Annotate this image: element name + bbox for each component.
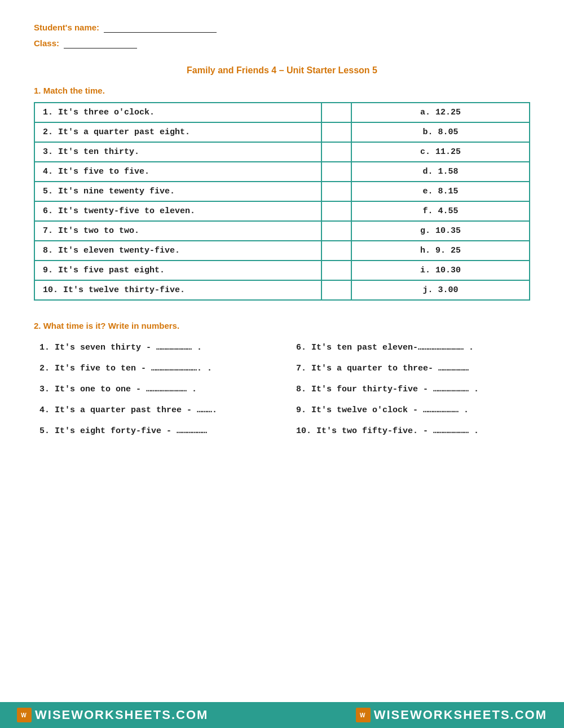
match-right-cell: f. 4.55 — [351, 201, 530, 221]
match-left-cell: 10. It's twelve thirty-five. — [34, 280, 321, 300]
match-right-cell: d. 1.58 — [351, 162, 530, 182]
list-item: 5. It's eight forty-five - ……………… — [34, 421, 274, 442]
match-left-cell: 5. It's nine tewenty five. — [34, 182, 321, 201]
list-item: 4. It's a quarter past three - ………. — [34, 400, 274, 421]
match-mid-cell — [321, 241, 351, 261]
match-left-cell: 4. It's five to five. — [34, 162, 321, 182]
class-underline — [64, 38, 137, 48]
page-title: Family and Friends 4 – Unit Starter Less… — [34, 65, 530, 76]
match-mid-cell — [321, 280, 351, 300]
match-left-cell: 3. It's ten thirty. — [34, 142, 321, 162]
match-right-cell: c. 11.25 — [351, 142, 530, 162]
student-info-section: Student's name: Class: — [34, 23, 530, 48]
section2-grid: 1. It's seven thirty - ………………… .6. It's … — [34, 337, 530, 442]
match-left-cell: 7. It's two to two. — [34, 221, 321, 241]
match-left-cell: 1. It's three o'clock. — [34, 103, 321, 122]
match-mid-cell — [321, 221, 351, 241]
list-item: 10. It's two fifty-five. - ………………… . — [290, 421, 530, 442]
table-row: 6. It's twenty-five to eleven. f. 4.55 — [34, 201, 530, 221]
list-item: 8. It's four thirty-five - ………………… . — [290, 379, 530, 400]
table-row: 2. It's a quarter past eight. b. 8.05 — [34, 122, 530, 142]
list-item: 3. It's one to one - …………………… . — [34, 379, 274, 400]
match-right-cell: i. 10.30 — [351, 261, 530, 280]
class-field: Class: — [34, 38, 530, 48]
match-mid-cell — [321, 122, 351, 142]
class-label: Class: — [34, 38, 59, 48]
match-right-cell: b. 8.05 — [351, 122, 530, 142]
list-item: 2. It's five to ten - ………………………. . — [34, 358, 274, 379]
table-row: 8. It's eleven twenty-five. h. 9. 25 — [34, 241, 530, 261]
footer-brand-left: W WISEWORKSHEETS.COM — [17, 708, 208, 722]
footer-brand-text-left: WISEWORKSHEETS.COM — [35, 708, 208, 722]
match-right-cell: j. 3.00 — [351, 280, 530, 300]
match-right-cell: h. 9. 25 — [351, 241, 530, 261]
section1-title: 1. Match the time. — [34, 86, 530, 95]
table-row: 9. It's five past eight. i. 10.30 — [34, 261, 530, 280]
match-left-cell: 9. It's five past eight. — [34, 261, 321, 280]
footer-icon-right: W — [356, 708, 371, 722]
match-mid-cell — [321, 142, 351, 162]
match-mid-cell — [321, 261, 351, 280]
match-mid-cell — [321, 162, 351, 182]
table-row: 7. It's two to two. g. 10.35 — [34, 221, 530, 241]
table-row: 3. It's ten thirty. c. 11.25 — [34, 142, 530, 162]
match-right-cell: a. 12.25 — [351, 103, 530, 122]
section2: 2. What time is it? Write in numbers. 1.… — [34, 321, 530, 442]
section2-title: 2. What time is it? Write in numbers. — [34, 321, 530, 330]
list-item: 9. It's twelve o'clock - ………………… . — [290, 400, 530, 421]
footer-brand-text-right: WISEWORKSHEETS.COM — [374, 708, 547, 722]
match-right-cell: g. 10.35 — [351, 221, 530, 241]
table-row: 1. It's three o'clock. a. 12.25 — [34, 103, 530, 122]
list-item: 7. It's a quarter to three- ……………… — [290, 358, 530, 379]
table-row: 4. It's five to five. d. 1.58 — [34, 162, 530, 182]
match-mid-cell — [321, 201, 351, 221]
list-item: 6. It's ten past eleven-……………………… . — [290, 337, 530, 358]
table-row: 10. It's twelve thirty-five. j. 3.00 — [34, 280, 530, 300]
footer-brand-right: W WISEWORKSHEETS.COM — [356, 708, 547, 722]
student-name-underline — [104, 23, 217, 33]
match-right-cell: e. 8.15 — [351, 182, 530, 201]
match-left-cell: 8. It's eleven twenty-five. — [34, 241, 321, 261]
match-left-cell: 6. It's twenty-five to eleven. — [34, 201, 321, 221]
student-name-label: Student's name: — [34, 23, 99, 32]
section1: 1. Match the time. 1. It's three o'clock… — [34, 86, 530, 301]
match-mid-cell — [321, 103, 351, 122]
table-row: 5. It's nine tewenty five. e. 8.15 — [34, 182, 530, 201]
match-left-cell: 2. It's a quarter past eight. — [34, 122, 321, 142]
student-name-field: Student's name: — [34, 23, 530, 33]
list-item: 1. It's seven thirty - ………………… . — [34, 337, 274, 358]
footer: W WISEWORKSHEETS.COM W WISEWORKSHEETS.CO… — [0, 702, 564, 728]
match-table: 1. It's three o'clock. a. 12.25 2. It's … — [34, 102, 530, 301]
footer-icon-left: W — [17, 708, 32, 722]
match-mid-cell — [321, 182, 351, 201]
